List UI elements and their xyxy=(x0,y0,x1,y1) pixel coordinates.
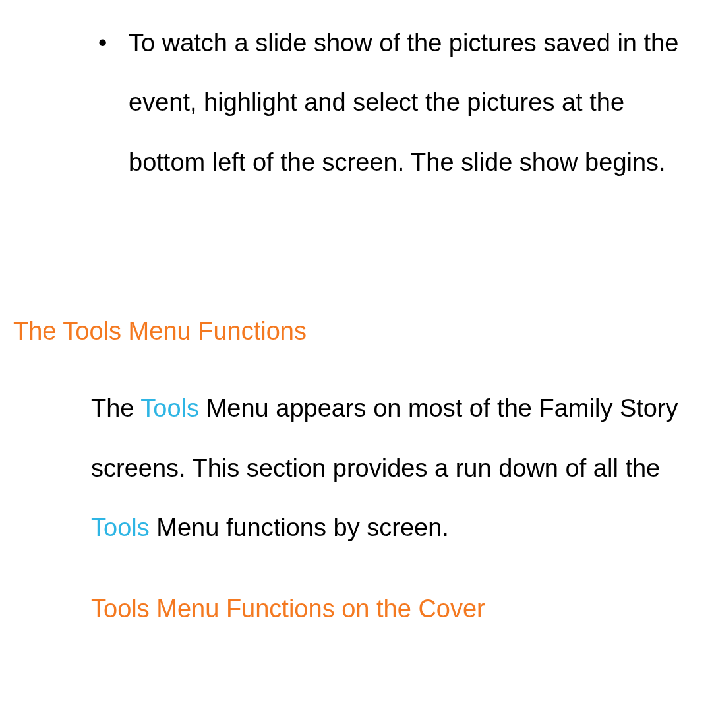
section-heading: The Tools Menu Functions xyxy=(13,317,699,346)
tools-keyword: Tools xyxy=(91,514,150,541)
subsection-heading: Tools Menu Functions on the Cover xyxy=(91,579,699,638)
bullet-list: To watch a slide show of the pictures sa… xyxy=(13,13,699,192)
para-text-3: Menu functions by screen. xyxy=(150,514,449,541)
tools-keyword: Tools xyxy=(140,394,199,422)
section-body: The Tools Menu appears on most of the Fa… xyxy=(13,379,699,638)
para-text-1: The xyxy=(91,394,140,422)
bullet-item: To watch a slide show of the pictures sa… xyxy=(129,13,699,192)
section-paragraph: The Tools Menu appears on most of the Fa… xyxy=(91,379,699,557)
